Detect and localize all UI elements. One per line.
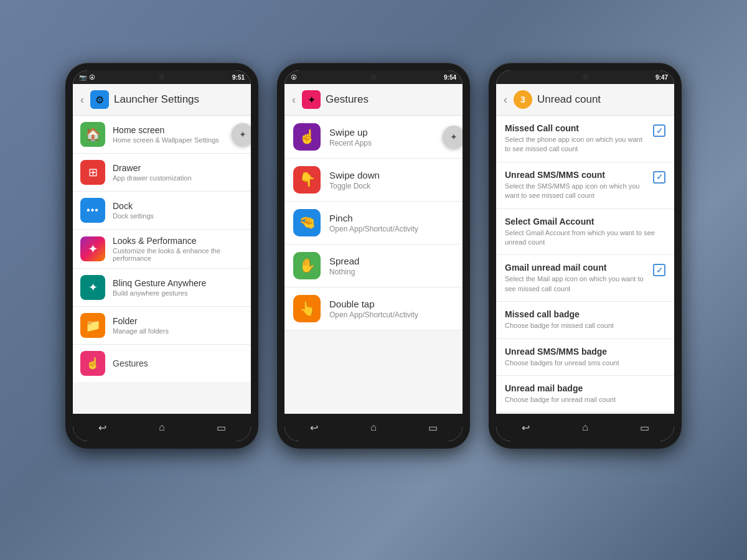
gmail-mail-title: Gmail unread mail count (505, 263, 648, 273)
phone3-screen: 9:47 ‹ 3 Unread count Missed Call count … (496, 70, 674, 441)
phone3-camera (582, 74, 588, 80)
gestures-text: Gestures (113, 358, 243, 368)
gestures-menu-icon: ✦ (308, 94, 316, 106)
phone2-wrapper: ⦿ 9:54 ‹ ✦ Gestures ☝ Swip (277, 63, 470, 497)
settings-item-gestures-partial[interactable]: ☝ Gestures (73, 345, 251, 382)
pinch-sub: Open App/Shortcut/Activity (329, 225, 454, 233)
phone3-wrapper: 9:47 ‹ 3 Unread count Missed Call count … (489, 63, 682, 497)
unread-item-sms-count[interactable]: Unread SMS/MMS count Select the SMS/MMS … (496, 162, 674, 209)
phone1-home-btn[interactable]: ⌂ (149, 418, 174, 437)
swipe-down-text: Swipe down Toggle Dock (329, 170, 454, 190)
missed-badge-sub: Choose badge for missed call count (505, 321, 665, 330)
phone2-back-arrow[interactable]: ‹ (292, 93, 296, 106)
phone1-settings-list: 🏠 Home screen Home screen & Wallpaper Se… (73, 116, 251, 414)
unread-item-mail-badge[interactable]: Unread mail badge Choose badge for unrea… (496, 376, 674, 413)
looks-sub: Customize the looks & enhance the perfor… (113, 247, 243, 262)
settings-item-home[interactable]: 🏠 Home screen Home screen & Wallpaper Se… (73, 116, 251, 154)
pinch-title: Pinch (329, 213, 454, 223)
folder-text: Folder Manage all folders (113, 316, 243, 335)
gmail-mail-text: Gmail unread mail count Select the Mail … (505, 263, 648, 294)
settings-item-dock[interactable]: ••• Dock Dock settings (73, 192, 251, 230)
pinch-text: Pinch Open App/Shortcut/Activity (329, 213, 454, 233)
swipe-up-title: Swipe up (329, 127, 454, 138)
double-tap-icon: 👆 (293, 295, 321, 322)
sms-badge-sub: Choose badges for unread sms count (505, 358, 665, 368)
gesture-item-swipe-down[interactable]: 👇 Swipe down Toggle Dock (284, 159, 463, 202)
badge-icon: ✦ (239, 129, 247, 139)
sms-badge-title: Unread SMS/MMS badge (505, 347, 665, 357)
swipe-down-sub: Toggle Dock (329, 182, 454, 190)
phone1-title: Launcher Settings (114, 93, 199, 106)
dock-sub: Dock settings (113, 212, 243, 220)
unread-item-missed-call[interactable]: Missed Call count Select the phone app i… (496, 116, 674, 162)
phone1-status-left: 📷 ⦿ (79, 74, 95, 81)
sms-count-checkbox[interactable] (653, 171, 665, 184)
wifi-icon: ⦿ (89, 74, 95, 81)
gestures-icon: ☝ (80, 351, 105, 376)
unread-item-gmail-mail[interactable]: Gmail unread mail count Select the Mail … (496, 255, 674, 302)
double-tap-sub: Open App/Shortcut/Activity (329, 310, 454, 319)
sms-badge-text: Unread SMS/MMS badge Choose badges for u… (505, 347, 665, 368)
badge2-icon: ✦ (450, 132, 458, 142)
blinq-icon: ✦ (80, 275, 105, 300)
swipe-down-title: Swipe down (329, 170, 454, 180)
phone3-back-btn[interactable]: ↩ (514, 418, 538, 437)
home-screen-title: Home screen (113, 125, 243, 135)
phone2-time: 9:54 (444, 74, 456, 81)
double-tap-title: Double tap (329, 299, 454, 309)
phone1-recent-btn[interactable]: ▭ (209, 418, 233, 437)
folder-title: Folder (113, 316, 243, 326)
drawer-sub: App drawer customization (113, 174, 243, 182)
phone2-screen: ⦿ 9:54 ‹ ✦ Gestures ☝ Swip (284, 70, 463, 441)
pinch-icon: 🤏 (293, 209, 321, 236)
unread-item-missed-badge[interactable]: Missed call badge Choose badge for misse… (496, 302, 674, 338)
gesture-item-double-tap[interactable]: 👆 Double tap Open App/Shortcut/Activity (284, 287, 463, 330)
settings-icon: ⚙ (95, 94, 104, 106)
settings-item-blinq[interactable]: ✦ Blinq Gesture Anywhere Build anywhere … (73, 269, 251, 307)
settings-item-looks[interactable]: ✦ Looks & Performance Customize the look… (73, 230, 251, 269)
settings-item-drawer[interactable]: ⊞ Drawer App drawer customization (73, 154, 251, 192)
phone2-header: ‹ ✦ Gestures (284, 84, 463, 116)
phone3-nav-bar: ↩ ⌂ ▭ (496, 414, 674, 441)
swipe-up-badge: ✦ (443, 126, 463, 148)
gesture-item-pinch[interactable]: 🤏 Pinch Open App/Shortcut/Activity (284, 202, 463, 245)
gesture-item-swipe-up[interactable]: ☝ Swipe up Recent Apps ✦ (284, 116, 463, 159)
missed-call-text: Missed Call count Select the phone app i… (505, 123, 648, 154)
phone3-unread-list: Missed Call count Select the phone app i… (496, 116, 674, 414)
missed-call-checkbox[interactable] (653, 124, 665, 137)
phone1-wrapper: 📷 ⦿ 9:51 ‹ ⚙ Launcher Settings 🏠 (65, 63, 258, 497)
phone2-wifi-icon: ⦿ (291, 74, 297, 81)
home-screen-badge: ✦ (232, 123, 251, 146)
gmail-mail-checkbox[interactable] (653, 264, 665, 276)
dock-title: Dock (113, 201, 243, 211)
gmail-account-sub: Select Gmail Account from which you want… (505, 228, 665, 248)
settings-item-folder[interactable]: 📁 Folder Manage all folders (73, 307, 251, 345)
phone3-back-arrow[interactable]: ‹ (504, 93, 507, 106)
unread-item-gmail-account[interactable]: Select Gmail Account Select Gmail Accoun… (496, 209, 674, 256)
phone2-recent-btn[interactable]: ▭ (420, 418, 445, 437)
home-screen-sub: Home screen & Wallpaper Settings (113, 136, 243, 144)
gesture-item-spread[interactable]: ✋ Spread Nothing (284, 245, 463, 287)
gestures-title: Gestures (113, 358, 243, 368)
phone1-back-arrow[interactable]: ‹ (80, 93, 84, 106)
phone2-nav-bar: ↩ ⌂ ▭ (284, 414, 463, 441)
phone2-home-btn[interactable]: ⌂ (361, 418, 386, 437)
phone2-status-left: ⦿ (291, 74, 297, 81)
phone2-title: Gestures (326, 93, 369, 106)
blinq-sub: Build anywhere gestures (113, 289, 243, 297)
phone1: 📷 ⦿ 9:51 ‹ ⚙ Launcher Settings 🏠 (65, 63, 258, 449)
phone1-back-btn[interactable]: ↩ (90, 418, 115, 437)
mail-badge-title: Unread mail badge (505, 383, 665, 393)
phone1-time: 9:51 (232, 74, 245, 81)
mail-badge-text: Unread mail badge Choose badge for unrea… (505, 383, 665, 404)
looks-title: Looks & Performance (113, 236, 243, 246)
drawer-title: Drawer (113, 163, 243, 173)
spread-text: Spread Nothing (329, 256, 454, 276)
phone3-home-btn[interactable]: ⌂ (573, 418, 598, 437)
phone3-recent-btn[interactable]: ▭ (632, 418, 657, 437)
phone1-header: ‹ ⚙ Launcher Settings (73, 84, 251, 116)
spread-title: Spread (329, 256, 454, 266)
phone2-back-btn[interactable]: ↩ (302, 418, 327, 437)
phone1-screen: 📷 ⦿ 9:51 ‹ ⚙ Launcher Settings 🏠 (73, 70, 251, 441)
unread-item-sms-badge[interactable]: Unread SMS/MMS badge Choose badges for u… (496, 339, 674, 376)
